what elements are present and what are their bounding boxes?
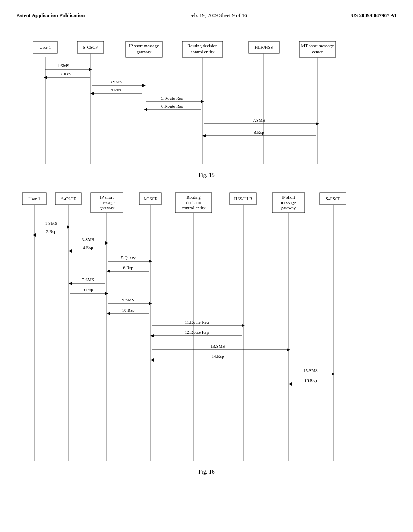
svg-text:gateway: gateway	[100, 205, 115, 210]
fig16-title: Fig. 16	[16, 469, 397, 475]
svg-text:7.SMS: 7.SMS	[253, 118, 265, 123]
svg-text:13.SMS: 13.SMS	[211, 344, 225, 349]
svg-text:message: message	[99, 200, 114, 205]
svg-text:12.Route Rsp: 12.Route Rsp	[185, 330, 209, 335]
svg-marker-94	[69, 282, 72, 285]
svg-text:15.SMS: 15.SMS	[303, 368, 318, 373]
svg-marker-103	[107, 312, 110, 315]
svg-text:S-CSCF: S-CSCF	[326, 196, 341, 201]
svg-text:gateway: gateway	[137, 49, 152, 54]
svg-text:User 1: User 1	[28, 196, 40, 201]
svg-text:8.Rsp: 8.Rsp	[83, 287, 93, 292]
svg-text:6.Rsp: 6.Rsp	[123, 265, 133, 270]
svg-text:Routing decision: Routing decision	[188, 43, 218, 48]
svg-text:3.SMS: 3.SMS	[110, 79, 122, 84]
svg-text:10.Rsp: 10.Rsp	[122, 308, 135, 312]
svg-marker-31	[90, 92, 94, 95]
svg-text:16.Rsp: 16.Rsp	[305, 378, 317, 383]
svg-text:5.Query: 5.Query	[121, 255, 136, 260]
svg-marker-91	[107, 270, 110, 273]
svg-text:S-CSCF: S-CSCF	[61, 196, 76, 201]
svg-text:1.SMS: 1.SMS	[45, 221, 57, 226]
svg-text:2.Rsp: 2.Rsp	[60, 71, 71, 76]
svg-text:5.Route Req: 5.Route Req	[161, 96, 184, 100]
svg-marker-85	[69, 249, 72, 253]
fig15-svg: User 1 S-CSCF IP short message gateway R…	[25, 39, 388, 168]
page-header: Patent Application Publication Feb. 19, …	[16, 8, 397, 27]
fig15-title: Fig. 15	[16, 172, 397, 179]
header-date-sheet: Feb. 19, 2009 Sheet 9 of 16	[189, 12, 247, 19]
svg-text:gateway: gateway	[281, 205, 296, 210]
svg-text:6.Route Rsp: 6.Route Rsp	[161, 104, 184, 108]
svg-text:7.SMS: 7.SMS	[82, 277, 94, 282]
svg-marker-121	[288, 382, 292, 386]
header-patent-number: US 2009/0047967 A1	[351, 12, 397, 19]
svg-marker-37	[144, 108, 147, 111]
fig16-svg: User 1 S-CSCF IP short message gateway I…	[16, 191, 399, 465]
svg-text:control entity: control entity	[191, 49, 215, 54]
svg-text:14.Rsp: 14.Rsp	[212, 354, 224, 359]
svg-text:9.SMS: 9.SMS	[122, 297, 134, 302]
svg-marker-43	[202, 134, 206, 137]
svg-text:1.SMS: 1.SMS	[57, 63, 69, 68]
page: Patent Application Publication Feb. 19, …	[0, 0, 413, 532]
svg-text:S-CSCF: S-CSCF	[83, 45, 98, 50]
fig15-section: User 1 S-CSCF IP short message gateway R…	[16, 39, 397, 179]
svg-text:MT short message: MT short message	[301, 43, 334, 48]
svg-text:HSS/HLR: HSS/HLR	[234, 196, 252, 201]
svg-text:control entity: control entity	[182, 205, 206, 210]
svg-text:IP short message: IP short message	[129, 43, 159, 48]
svg-text:2.Rsp: 2.Rsp	[46, 229, 56, 234]
svg-text:User 1: User 1	[39, 45, 51, 50]
svg-text:HLR/HSS: HLR/HSS	[254, 45, 273, 50]
svg-text:message: message	[281, 200, 296, 205]
svg-marker-115	[150, 358, 154, 362]
svg-text:11.Route Req: 11.Route Req	[185, 320, 209, 324]
svg-text:I-CSCF: I-CSCF	[144, 196, 157, 201]
fig16-section: User 1 S-CSCF IP short message gateway I…	[16, 191, 397, 475]
svg-text:8.Rsp: 8.Rsp	[254, 130, 264, 135]
fig15-diagram: User 1 S-CSCF IP short message gateway R…	[25, 39, 388, 168]
fig16-diagram: User 1 S-CSCF IP short message gateway I…	[16, 191, 399, 465]
header-publication: Patent Application Publication	[16, 12, 85, 19]
svg-marker-109	[150, 334, 154, 337]
svg-text:3.SMS: 3.SMS	[82, 237, 94, 242]
svg-text:IP short: IP short	[282, 195, 295, 200]
svg-text:center: center	[312, 49, 323, 54]
svg-text:Routing: Routing	[186, 195, 201, 200]
svg-text:IP short: IP short	[100, 195, 114, 200]
svg-text:4.Rsp: 4.Rsp	[111, 87, 121, 92]
svg-text:decision: decision	[186, 200, 201, 205]
svg-text:4.Rsp: 4.Rsp	[83, 245, 93, 250]
